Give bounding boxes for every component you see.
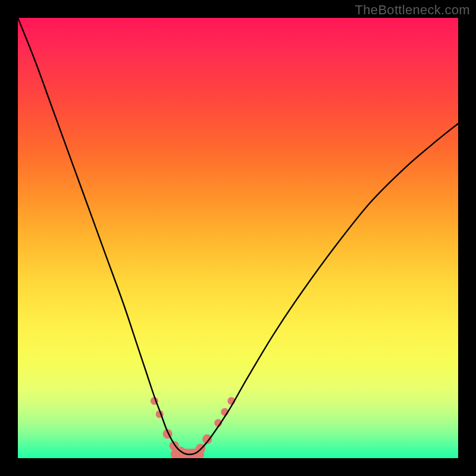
plot-area xyxy=(18,18,458,458)
beads-group xyxy=(151,397,236,458)
outer-frame: TheBottleneck.com xyxy=(0,0,476,476)
chart-svg xyxy=(18,18,458,458)
bottleneck-curve xyxy=(18,18,458,455)
watermark-text: TheBottleneck.com xyxy=(355,2,470,18)
